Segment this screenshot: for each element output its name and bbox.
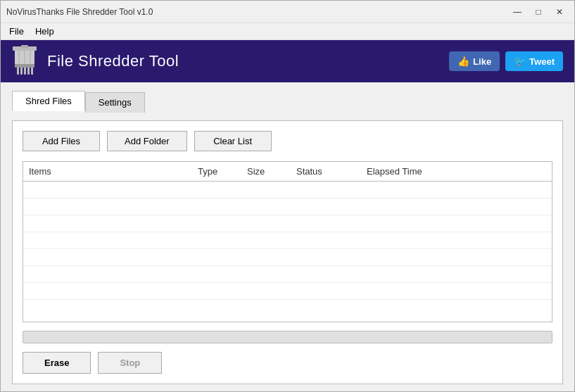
stop-button[interactable]: Stop	[98, 352, 162, 374]
col-elapsed: Elapsed Time	[367, 166, 546, 177]
tab-shred-files[interactable]: Shred Files	[12, 91, 85, 111]
col-size: Size	[247, 166, 296, 177]
tab-settings[interactable]: Settings	[85, 92, 145, 113]
table-row	[23, 266, 552, 283]
window-title: NoVirusThanks File Shredder Tool v1.0	[6, 7, 153, 17]
bottom-buttons: Erase Stop	[23, 352, 552, 374]
tab-content-shred-files: Add Files Add Folder Clear List Items Ty…	[12, 120, 563, 384]
maximize-button[interactable]: □	[529, 5, 548, 19]
erase-button[interactable]: Erase	[23, 352, 91, 374]
window-controls: — □ ✕	[508, 5, 569, 19]
like-icon: 👍	[457, 56, 469, 67]
tweet-button[interactable]: 🐦 Tweet	[505, 51, 563, 71]
menu-bar: File Help	[1, 23, 574, 40]
add-files-button[interactable]: Add Files	[23, 131, 100, 151]
header-banner: File Shredder Tool 👍 Like 🐦 Tweet	[1, 40, 574, 82]
twitter-icon: 🐦	[514, 56, 526, 67]
main-content: Shred Files Settings Add Files Add Folde…	[1, 82, 574, 392]
table-row	[23, 283, 552, 300]
col-type: Type	[198, 166, 247, 177]
header-left: File Shredder Tool	[12, 45, 179, 78]
svg-rect-8	[15, 64, 34, 68]
like-label: Like	[473, 56, 491, 67]
menu-file[interactable]: File	[4, 25, 30, 38]
tab-bar: Shred Files Settings	[12, 91, 563, 111]
svg-rect-2	[21, 45, 28, 48]
like-button[interactable]: 👍 Like	[449, 51, 500, 71]
table-header: Items Type Size Status Elapsed Time	[23, 162, 552, 182]
col-items: Items	[29, 166, 198, 177]
table-body	[23, 182, 552, 322]
file-table: Items Type Size Status Elapsed Time	[23, 161, 552, 322]
menu-help[interactable]: Help	[30, 25, 60, 38]
shredder-icon	[12, 45, 37, 78]
action-buttons: Add Files Add Folder Clear List	[23, 131, 552, 151]
header-title: File Shredder Tool	[47, 52, 179, 70]
minimize-button[interactable]: —	[508, 5, 526, 19]
col-status: Status	[296, 166, 367, 177]
table-row	[23, 232, 552, 249]
tweet-label: Tweet	[529, 56, 555, 67]
clear-list-button[interactable]: Clear List	[194, 131, 272, 151]
title-bar: NoVirusThanks File Shredder Tool v1.0 — …	[1, 1, 574, 23]
close-button[interactable]: ✕	[550, 5, 569, 19]
add-folder-button[interactable]: Add Folder	[107, 131, 187, 151]
table-row	[23, 215, 552, 232]
table-row	[23, 249, 552, 266]
header-buttons: 👍 Like 🐦 Tweet	[449, 51, 563, 71]
table-row	[23, 198, 552, 215]
table-row	[23, 182, 552, 198]
progress-bar-container	[23, 331, 552, 343]
